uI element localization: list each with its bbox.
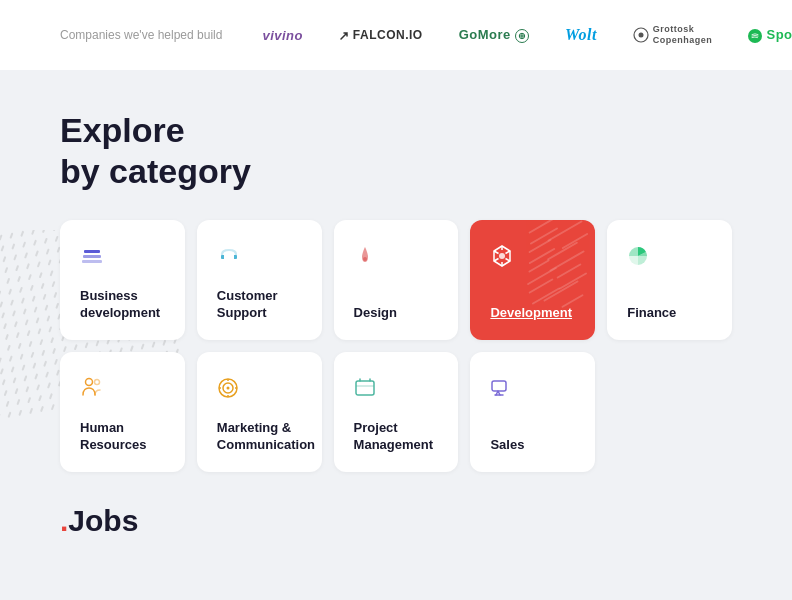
design-icon	[354, 242, 439, 270]
svg-point-6	[363, 257, 367, 261]
business-name: Businessdevelopment	[80, 288, 165, 322]
hr-icon	[80, 374, 165, 402]
logo-wolt: Wolt	[565, 26, 597, 44]
marketing-name: Marketing &Communication	[217, 420, 302, 454]
customer-name: CustomerSupport	[217, 288, 302, 322]
category-card-sales[interactable]: Sales	[470, 352, 595, 472]
svg-rect-24	[492, 381, 506, 391]
svg-rect-23	[356, 381, 374, 395]
development-icon	[490, 242, 575, 270]
svg-point-2	[748, 29, 762, 43]
svg-point-7	[499, 253, 505, 259]
main-content: for(let i=0;i<18*18;i++) document.write(…	[0, 70, 792, 472]
svg-rect-4	[83, 255, 101, 258]
category-card-development[interactable]: Development	[470, 220, 595, 340]
svg-rect-5	[84, 250, 100, 253]
category-card-business-development[interactable]: Businessdevelopment	[60, 220, 185, 340]
logo-spotify: Spotify	[748, 27, 792, 43]
logo-gomore: GoMore ⊕	[459, 27, 529, 43]
jobs-title: .Jobs	[60, 504, 732, 538]
finance-icon	[627, 242, 712, 270]
svg-point-18	[226, 386, 229, 389]
design-name: Design	[354, 305, 439, 322]
project-name: ProjectManagement	[354, 420, 439, 454]
sales-name: Sales	[490, 437, 575, 454]
svg-point-14	[86, 378, 93, 385]
category-card-marketing[interactable]: Marketing &Communication	[197, 352, 322, 472]
project-icon	[354, 374, 439, 402]
marketing-icon	[217, 374, 302, 402]
category-card-finance[interactable]: Finance	[607, 220, 732, 340]
sales-icon	[490, 374, 575, 402]
category-card-design[interactable]: Design	[334, 220, 459, 340]
logo-grottosk: GrottoskCopenhagen	[633, 24, 713, 46]
logos-row: vivino FALCON.IO GoMore ⊕ Wolt GrottoskC…	[262, 24, 792, 46]
svg-rect-3	[82, 260, 102, 263]
svg-point-15	[95, 379, 100, 384]
hr-name: HumanResources	[80, 420, 165, 454]
business-icon	[80, 242, 165, 270]
jobs-section: .Jobs	[0, 472, 792, 538]
customer-icon	[217, 242, 302, 270]
svg-point-1	[638, 33, 643, 38]
category-card-project-management[interactable]: ProjectManagement	[334, 352, 459, 472]
development-name[interactable]: Development	[490, 305, 575, 322]
card-decoration	[515, 220, 595, 340]
category-card-human-resources[interactable]: HumanResources	[60, 352, 185, 472]
finance-name: Finance	[627, 305, 712, 322]
category-grid: Businessdevelopment CustomerSupport D	[60, 220, 732, 472]
logo-vivino: vivino	[262, 28, 303, 43]
explore-title: Explore by category	[60, 110, 732, 192]
top-bar: Companies we've helped build vivino FALC…	[0, 0, 792, 70]
companies-label: Companies we've helped build	[60, 28, 222, 42]
category-card-customer-support[interactable]: CustomerSupport	[197, 220, 322, 340]
logo-falcon: FALCON.IO	[339, 28, 423, 42]
